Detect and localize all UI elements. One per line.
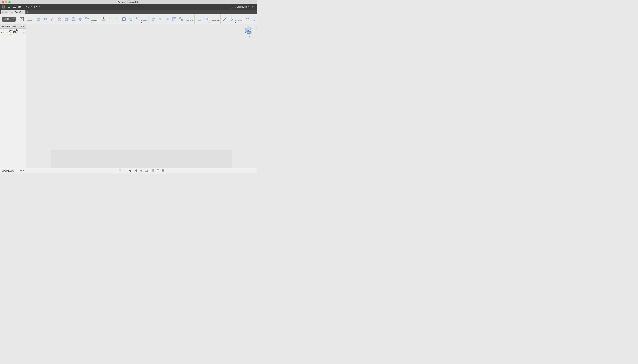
clock-icon[interactable] <box>230 4 234 9</box>
joint-button[interactable] <box>157 15 164 23</box>
snap-button[interactable] <box>118 169 122 173</box>
tab-vanguard[interactable]: ⬡ Vanguard... Enc v2* ✕ <box>1 10 26 14</box>
tab-close-icon[interactable]: ✕ <box>22 12 24 13</box>
svg-rect-7 <box>9 7 10 8</box>
view-mid-dot[interactable] <box>256 27 257 28</box>
browser-title: BROWSER <box>5 25 16 28</box>
sidebar-collapse-icon[interactable]: ◀◀ <box>1 25 4 27</box>
cylinder-button[interactable] <box>70 15 77 23</box>
svg-rect-9 <box>13 7 16 7</box>
create-sketch-icon <box>20 17 24 21</box>
new-component-button[interactable] <box>150 15 157 23</box>
menu-bar: ▼ ▼ Jack Davies ▼ ? <box>0 4 257 10</box>
svg-line-169 <box>137 171 138 172</box>
svg-rect-181 <box>152 170 154 172</box>
box-button[interactable] <box>63 15 70 23</box>
close-button[interactable] <box>2 1 4 3</box>
sidebar-item-label: Vanguard e-Board Final Enc ... <box>9 29 22 36</box>
sidebar-root-item[interactable]: ▶ ⬡ 📁 Vanguard e-Board Final Enc ... 👁 <box>0 28 26 36</box>
sidebar-settings-icon[interactable]: ⚙ <box>21 25 23 27</box>
construct-group: CONSTRUCT ▾ <box>195 14 220 24</box>
help-button[interactable]: ? <box>251 4 255 9</box>
visual-style-button[interactable] <box>156 169 160 173</box>
construct-label: CONSTRUCT ▾ <box>209 20 220 24</box>
user-dropdown[interactable]: ▼ <box>248 6 249 8</box>
svg-rect-3 <box>4 7 5 8</box>
measure-button[interactable] <box>222 15 228 23</box>
svg-rect-50 <box>166 18 167 20</box>
motion-link-button[interactable] <box>178 15 184 23</box>
zebra-analysis-button[interactable] <box>228 15 235 23</box>
zoom-extents-button[interactable] <box>144 169 149 173</box>
view-bot-dot[interactable] <box>256 28 257 30</box>
svg-rect-44 <box>152 19 154 20</box>
draft-button[interactable] <box>128 15 134 23</box>
revolve-button[interactable] <box>42 15 49 23</box>
redo-dropdown[interactable]: ▼ <box>39 4 41 9</box>
app-icon <box>2 5 5 9</box>
svg-rect-1 <box>4 6 5 7</box>
maximize-button[interactable] <box>9 1 11 3</box>
svg-rect-8 <box>13 6 16 6</box>
new-tab-button[interactable]: + <box>26 10 29 14</box>
model-selector-label: MODEL <box>4 18 11 20</box>
view-cube[interactable]: BOTTOM Z <box>244 26 255 39</box>
comments-expand-icon[interactable]: ▶ <box>23 170 25 172</box>
insert-mesh-button[interactable] <box>251 15 257 23</box>
camera-button[interactable] <box>123 169 127 173</box>
app-title: Autodesk Fusion 360 <box>118 1 139 4</box>
display-mode-button[interactable] <box>151 169 155 173</box>
sweep-button[interactable] <box>49 15 56 23</box>
svg-line-59 <box>181 19 182 20</box>
sidebar-expand-arrow: ▶ <box>1 32 3 33</box>
rigid-group-button[interactable] <box>171 15 178 23</box>
more-create[interactable] <box>84 15 91 23</box>
svg-rect-14 <box>20 7 20 8</box>
redo-button[interactable] <box>33 4 38 9</box>
sidebar-item-eye-icon[interactable]: 👁 <box>23 31 25 33</box>
shell-button[interactable] <box>121 15 127 23</box>
scale-button[interactable] <box>134 15 141 23</box>
comments-settings-icon[interactable]: ⚙ <box>20 170 22 172</box>
loft-button[interactable] <box>56 15 63 23</box>
tab-label: Vanguard... Enc v2* <box>5 11 22 13</box>
press-pull-button[interactable] <box>100 15 107 23</box>
svg-rect-12 <box>19 6 21 7</box>
svg-button[interactable]: SVG <box>244 15 251 23</box>
user-name[interactable]: Jack Davies <box>236 6 247 8</box>
minimize-button[interactable] <box>5 1 7 3</box>
hamburger-icon[interactable] <box>12 4 17 9</box>
fillet-button[interactable] <box>107 15 114 23</box>
svg-rect-185 <box>162 170 164 172</box>
assemble-group: ASSEMBLE ▾ <box>150 14 195 24</box>
inspect-group: INSPECT ▾ <box>221 14 244 24</box>
extrude-button[interactable] <box>35 15 42 23</box>
save-button[interactable] <box>18 4 22 9</box>
svg-point-32 <box>72 20 75 20</box>
midplane-button[interactable] <box>203 15 209 23</box>
offset-plane-button[interactable] <box>196 15 202 23</box>
sphere-button[interactable] <box>77 15 84 23</box>
zoom-fit-button[interactable] <box>139 169 144 173</box>
model-selector[interactable]: MODEL ▼ <box>2 16 16 22</box>
undo-dropdown[interactable]: ▼ <box>31 4 33 9</box>
view-controls-bar <box>26 169 257 173</box>
svg-line-173 <box>142 171 143 172</box>
create-sketch-button[interactable] <box>19 15 25 23</box>
orbit-button[interactable] <box>128 169 132 173</box>
svg-rect-4 <box>8 6 9 6</box>
undo-button[interactable] <box>25 4 30 9</box>
modify-label: MODIFY ▾ <box>141 20 148 24</box>
as-built-joint-button[interactable] <box>164 15 171 23</box>
zoom-button[interactable] <box>134 169 139 173</box>
chamfer-button[interactable] <box>114 15 121 23</box>
sidebar-expand-icon[interactable]: ▶ <box>23 25 25 27</box>
svg-line-17 <box>232 7 233 7</box>
comments-label: COMMENTS <box>2 170 14 172</box>
grid-button[interactable] <box>161 169 165 173</box>
view-top-dot[interactable] <box>256 26 257 27</box>
svg-point-57 <box>179 17 181 19</box>
svg-rect-63 <box>204 19 208 20</box>
insert-group: SVG INSERT ▾ <box>244 14 257 24</box>
menu-grid-icon[interactable] <box>7 4 12 9</box>
